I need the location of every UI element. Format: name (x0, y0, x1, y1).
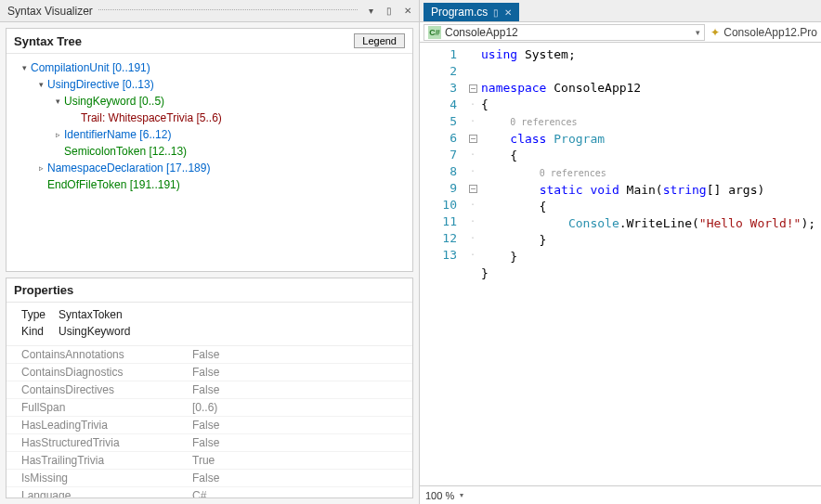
project-dropdown[interactable]: C# ConsoleApp12 ▾ (424, 24, 705, 41)
property-key: ContainsDiagnostics (7, 366, 192, 379)
property-value: True (192, 454, 412, 467)
code-line[interactable]: } (481, 249, 821, 265)
tree-twisty-icon[interactable]: ▾ (53, 93, 62, 110)
code-line[interactable]: { (481, 97, 821, 113)
line-number: 1 (420, 46, 457, 63)
tree-node-label: UsingKeyword [0..5) (64, 93, 164, 110)
tab-program-cs[interactable]: Program.cs ▯ ✕ (424, 3, 519, 21)
syntax-tree-title: Syntax Tree (14, 34, 82, 48)
zoom-level[interactable]: 100 % (425, 490, 454, 501)
close-icon[interactable]: ✕ (504, 7, 512, 18)
code-line[interactable] (481, 282, 821, 299)
property-value: False (192, 436, 412, 449)
close-icon[interactable]: ✕ (400, 4, 415, 19)
tree-node[interactable]: SemicolonToken [12..13) (10, 143, 409, 160)
tree-node[interactable]: ▾UsingKeyword [0..5) (10, 93, 409, 110)
project-name: ConsoleApp12 (445, 26, 518, 39)
code-line[interactable]: } (481, 232, 821, 249)
fold-marker (464, 280, 481, 297)
code-line[interactable]: Console.WriteLine("Hello World!"); (481, 215, 821, 232)
line-number: 8 (420, 163, 457, 180)
fold-marker: · (464, 113, 481, 130)
fold-column[interactable]: ········ (464, 43, 481, 485)
title-dots (98, 9, 358, 10)
property-row[interactable]: ContainsDiagnosticsFalse (7, 364, 412, 381)
fold-marker: · (464, 247, 481, 264)
property-label: Kind (21, 323, 59, 340)
line-number: 12 (420, 230, 457, 247)
dropdown-icon[interactable]: ▾ (363, 4, 378, 19)
code-line[interactable]: { (481, 148, 821, 164)
property-label: Type (21, 306, 59, 323)
tree-node-label: CompilationUnit [0..191) (31, 59, 150, 76)
code-line[interactable]: using System; (481, 46, 821, 63)
fold-marker[interactable] (464, 130, 481, 147)
line-number: 6 (420, 130, 457, 147)
tree-node-label: IdentifierName [6..12) (64, 126, 171, 143)
code-line[interactable]: 0 references (481, 164, 821, 182)
syntax-visualizer-panel: Syntax Visualizer ▾ ▯ ✕ Syntax Tree Lege… (0, 0, 420, 504)
property-row[interactable]: HasStructuredTriviaFalse (7, 434, 412, 452)
property-row[interactable]: ContainsAnnotationsFalse (7, 346, 412, 364)
fold-marker: · (464, 230, 481, 247)
pin-icon[interactable]: ▯ (493, 7, 499, 18)
tree-twisty-icon[interactable]: ▾ (36, 76, 46, 93)
tree-twisty-icon[interactable]: ▹ (36, 160, 46, 176)
panel-title: Syntax Visualizer (7, 5, 93, 18)
chevron-down-icon: ▾ (696, 28, 700, 37)
chevron-down-icon[interactable]: ▾ (460, 491, 463, 499)
fold-marker[interactable] (464, 180, 481, 197)
pin-icon[interactable]: ▯ (382, 4, 397, 19)
property-summary-row: KindUsingKeyword (21, 323, 405, 340)
syntax-tree[interactable]: ▾CompilationUnit [0..191)▾UsingDirective… (7, 54, 412, 271)
code-editor[interactable]: 12345678910111213 ········ using System;… (420, 43, 821, 485)
property-row[interactable]: HasTrailingTriviaTrue (7, 452, 412, 470)
legend-button[interactable]: Legend (354, 33, 405, 48)
tree-node-label: EndOfFileToken [191..191) (47, 176, 180, 193)
properties-header: Properties (7, 278, 412, 303)
fold-marker: · (464, 97, 481, 113)
code-line[interactable]: static void Main(string[] args) (481, 182, 821, 199)
property-value: False (192, 472, 412, 485)
fold-marker: · (464, 197, 481, 213)
property-key: FullSpan (7, 401, 192, 414)
line-number: 2 (420, 63, 457, 80)
line-number: 13 (420, 247, 457, 264)
code-line[interactable]: 0 references (481, 113, 821, 131)
tree-node[interactable]: Trail: WhitespaceTrivia [5..6) (10, 110, 409, 126)
tree-node[interactable]: EndOfFileToken [191..191) (10, 176, 409, 193)
csharp-icon: C# (428, 26, 441, 39)
tree-node[interactable]: ▾CompilationUnit [0..191) (10, 59, 409, 76)
fold-marker: · (464, 213, 481, 230)
code-area[interactable]: using System; namespace ConsoleApp12{ 0 … (481, 43, 821, 485)
property-row[interactable]: HasLeadingTriviaFalse (7, 417, 412, 434)
code-line[interactable]: { (481, 199, 821, 215)
property-key: ContainsDirectives (7, 383, 192, 396)
code-line[interactable]: namespace ConsoleApp12 (481, 80, 821, 97)
tree-twisty-icon[interactable]: ▾ (20, 59, 29, 76)
property-row[interactable]: FullSpan[0..6) (7, 399, 412, 417)
fold-marker[interactable] (464, 80, 481, 97)
code-line[interactable] (481, 63, 821, 80)
tree-twisty-icon[interactable]: ▹ (53, 126, 62, 143)
property-row[interactable]: IsMissingFalse (7, 470, 412, 487)
code-line[interactable]: } (481, 265, 821, 282)
property-value: [0..6) (192, 401, 412, 414)
property-key: HasLeadingTrivia (7, 419, 192, 432)
property-row[interactable]: LanguageC# (7, 487, 412, 498)
property-value: False (192, 419, 412, 432)
property-value: False (192, 383, 412, 396)
property-value: C# (192, 489, 412, 498)
tree-node[interactable]: ▹IdentifierName [6..12) (10, 126, 409, 143)
property-row[interactable]: ContainsDirectivesFalse (7, 381, 412, 399)
tab-strip: Program.cs ▯ ✕ (420, 0, 821, 22)
properties-grid[interactable]: ContainsAnnotationsFalseContainsDiagnost… (7, 345, 412, 498)
tree-node[interactable]: ▹NamespaceDeclaration [17..189) (10, 160, 409, 176)
syntax-tree-header: Syntax Tree Legend (7, 29, 412, 54)
namespace-dropdown[interactable]: ✦ ConsoleApp12.Pro (710, 26, 817, 39)
tree-node-label: UsingDirective [0..13) (47, 76, 154, 93)
zoom-bar: 100 % ▾ (420, 485, 821, 504)
code-line[interactable]: class Program (481, 131, 821, 148)
tree-node[interactable]: ▾UsingDirective [0..13) (10, 76, 409, 93)
line-number: 11 (420, 213, 457, 230)
